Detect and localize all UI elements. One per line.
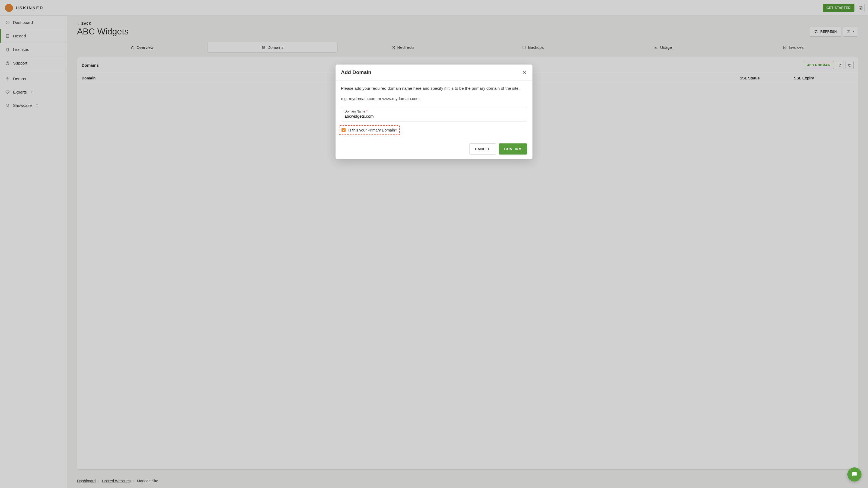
required-asterisk: * <box>366 109 368 113</box>
modal-hint: e.g. mydomain.com or www.mydomain.com <box>341 96 527 102</box>
primary-domain-checkbox[interactable] <box>341 128 346 132</box>
check-icon <box>342 129 345 131</box>
close-icon[interactable] <box>522 70 527 75</box>
cancel-button[interactable]: CANCEL <box>469 143 496 155</box>
chat-icon <box>851 471 858 478</box>
chat-button[interactable] <box>847 467 862 482</box>
modal-title: Add Domain <box>341 69 371 75</box>
add-domain-modal: Add Domain Please add your required doma… <box>336 65 532 159</box>
domain-name-input[interactable] <box>344 114 524 119</box>
checkbox-label: Is this your Primary Domain? <box>348 128 397 132</box>
modal-description: Please add your required domain name her… <box>341 86 527 91</box>
confirm-button[interactable]: CONFIRM <box>499 143 527 155</box>
field-label: Domain Name * <box>344 109 524 113</box>
primary-domain-checkbox-highlight: Is this your Primary Domain? <box>339 125 400 135</box>
domain-name-field[interactable]: Domain Name * <box>341 107 527 122</box>
field-label-text: Domain Name <box>344 109 365 113</box>
